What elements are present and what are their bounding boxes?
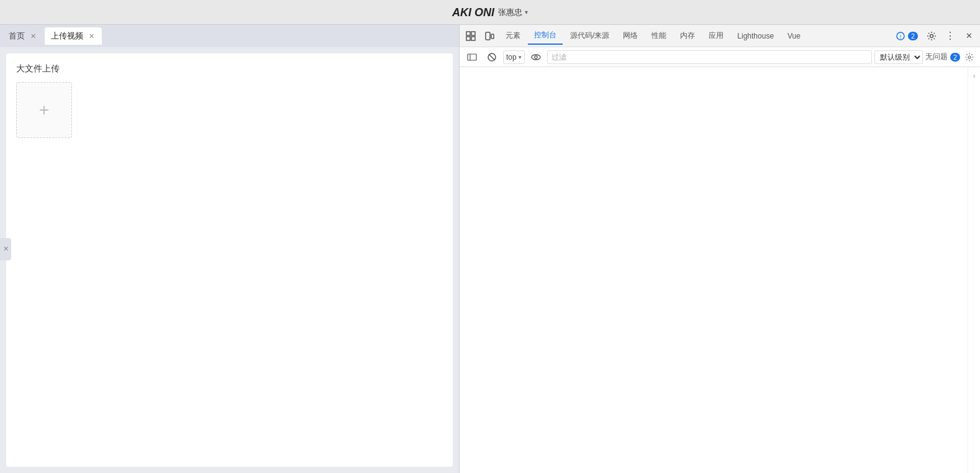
tab-home-label: 首页 — [9, 30, 25, 42]
user-menu[interactable]: 张惠忠 ▾ — [498, 7, 528, 18]
page-content: 大文件上传 + — [0, 47, 459, 473]
devtools-tab-application[interactable]: 应用 — [702, 27, 730, 45]
tab-upload-close[interactable]: ✕ — [87, 32, 96, 40]
svg-rect-3 — [471, 37, 475, 40]
upload-plus-icon: + — [39, 101, 49, 119]
logo-area: AKI ONI 张惠忠 ▾ — [5, 7, 975, 18]
inspect-icon-btn[interactable] — [462, 27, 479, 45]
issues-btn[interactable]: ! 2 — [892, 27, 922, 45]
svg-rect-4 — [486, 32, 490, 40]
devtools-toolbar2: top ▾ 默认级别 无问题 2 — [460, 47, 980, 67]
devtools-settings-btn[interactable] — [923, 27, 940, 45]
devtools-tab-lighthouse[interactable]: Lighthouse — [731, 27, 780, 45]
devtools-close-btn[interactable]: ✕ — [960, 27, 978, 45]
user-chevron-icon: ▾ — [525, 9, 528, 16]
no-issues-label: 无问题 — [925, 52, 948, 62]
devtools-sidebar-collapse[interactable]: › — [968, 67, 980, 473]
main-area: 首页 ✕ 上传视频 ✕ 大文件上传 + ✕ — [0, 25, 980, 473]
console-settings-btn[interactable] — [963, 50, 976, 64]
devtools-tab-elements[interactable]: 元素 — [499, 27, 527, 45]
devtools-tab-performance[interactable]: 性能 — [645, 27, 673, 45]
devtools-tab-sources[interactable]: 源代码/来源 — [564, 27, 615, 45]
devtools-tab-vue[interactable]: Vue — [781, 27, 807, 45]
left-edge-close-btn[interactable]: ✕ — [0, 238, 11, 260]
console-clear-btn[interactable] — [483, 48, 501, 66]
top-chevron-icon: ▾ — [519, 54, 522, 60]
issues-count-badge: 2 — [950, 53, 960, 62]
page-inner: 大文件上传 + — [6, 53, 453, 467]
svg-point-8 — [930, 34, 933, 37]
tab-home[interactable]: 首页 ✕ — [2, 27, 43, 45]
devtools-toolbar: 元素 控制台 源代码/来源 网络 性能 内存 应用 Lighthouse — [460, 25, 980, 47]
user-name: 张惠忠 — [498, 7, 522, 18]
upload-box[interactable]: + — [16, 82, 72, 138]
sidebar-collapse-icon: › — [973, 72, 976, 80]
svg-rect-0 — [466, 32, 470, 35]
tab-upload[interactable]: 上传视频 ✕ — [45, 27, 102, 45]
tab-bar: 首页 ✕ 上传视频 ✕ — [0, 25, 459, 47]
devtools-panel: 元素 控制台 源代码/来源 网络 性能 内存 应用 Lighthouse — [460, 25, 980, 473]
svg-rect-1 — [471, 32, 475, 35]
devtools-tab-console[interactable]: 控制台 — [528, 27, 563, 45]
site-logo: AKI ONI — [452, 7, 494, 18]
tab-upload-label: 上传视频 — [51, 30, 83, 42]
device-icon-btn[interactable] — [481, 27, 498, 45]
svg-text:!: ! — [900, 34, 902, 40]
devtools-main-content — [460, 67, 968, 473]
issues-badge: 2 — [908, 32, 918, 40]
svg-point-15 — [968, 56, 971, 58]
no-issues-indicator: 无问题 2 — [925, 52, 960, 62]
tab-home-close[interactable]: ✕ — [29, 32, 37, 40]
svg-line-12 — [489, 54, 495, 60]
svg-rect-2 — [466, 37, 470, 40]
devtools-more-btn[interactable]: ⋮ — [941, 27, 959, 45]
console-eye-btn[interactable] — [527, 48, 545, 66]
devtools-content: › — [460, 67, 980, 473]
console-level-select[interactable]: 默认级别 — [874, 50, 923, 64]
console-filter-input[interactable] — [547, 50, 872, 64]
svg-rect-5 — [491, 34, 494, 39]
svg-point-14 — [534, 55, 537, 58]
devtools-tab-network[interactable]: 网络 — [617, 27, 644, 45]
console-sidebar-toggle[interactable] — [463, 48, 481, 66]
top-frame-selector[interactable]: top ▾ — [503, 50, 525, 64]
svg-rect-9 — [468, 54, 476, 60]
browser-top-bar: AKI ONI 张惠忠 ▾ — [0, 0, 980, 25]
top-label: top — [506, 53, 517, 62]
section-title: 大文件上传 — [16, 63, 443, 75]
browser-page-panel: 首页 ✕ 上传视频 ✕ 大文件上传 + ✕ — [0, 25, 460, 473]
devtools-tab-memory[interactable]: 内存 — [674, 27, 701, 45]
